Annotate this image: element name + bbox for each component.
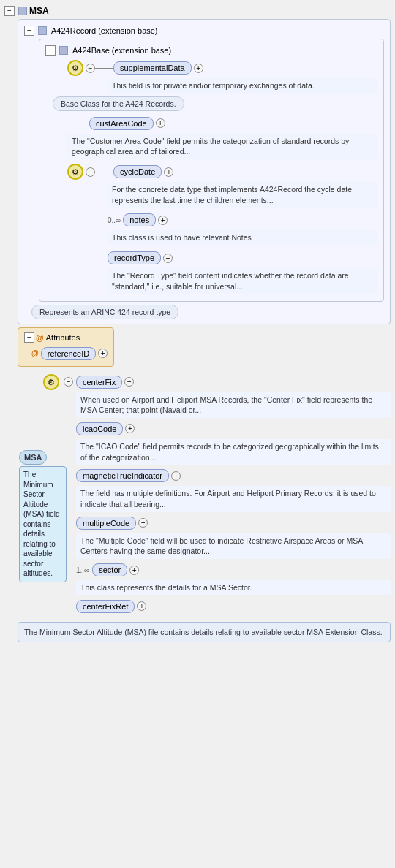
- sector-area: 1..∞ sector + This class represents the …: [76, 562, 391, 595]
- msa-fields-section: ⚙ − centerFix + When used on Airport and…: [18, 374, 391, 614]
- cust-area-code-area: custAreaCode + The "Customer Area Code" …: [67, 115, 377, 159]
- multiple-code-node[interactable]: multipleCode: [76, 517, 136, 530]
- a424record-collapse[interactable]: −: [24, 26, 34, 36]
- attributes-label: Attributes: [46, 333, 80, 342]
- msa-collapse-icon[interactable]: −: [4, 6, 15, 16]
- a424base-header: − A424Base (extension base): [45, 45, 377, 56]
- icao-code-plus[interactable]: +: [125, 424, 135, 433]
- a424base-collapse[interactable]: −: [45, 45, 56, 56]
- supplemental-plus[interactable]: +: [194, 64, 203, 73]
- a424record-icon: [38, 26, 47, 35]
- center-fix-ref-row: centerFixRef +: [76, 598, 391, 614]
- sector-plus[interactable]: +: [129, 566, 139, 575]
- record-type-row: recordType +: [108, 250, 377, 266]
- multiple-code-plus[interactable]: +: [138, 518, 148, 528]
- supplemental-row: ⚙ − supplementalData +: [67, 60, 377, 76]
- arinc-desc: Represents an ARINC 424 record type: [31, 305, 178, 319]
- a424base-icon: [59, 46, 68, 55]
- gear-icon-cycle: ⚙: [67, 164, 83, 180]
- arinc-desc-area: Represents an ARINC 424 record type: [31, 305, 384, 319]
- cust-area-code-plus[interactable]: +: [156, 118, 165, 128]
- a424record-section: − A424Record (extension base) − A424Base…: [18, 19, 391, 324]
- base-class-desc: Base Class for the A424 Records.: [53, 96, 184, 111]
- sector-multiplicity: 1..∞: [76, 566, 89, 574]
- record-type-node[interactable]: recordType: [108, 251, 161, 264]
- notes-plus[interactable]: +: [158, 216, 168, 225]
- supplemental-desc: This field is for private and/or tempora…: [108, 78, 377, 94]
- cust-area-code-row: custAreaCode +: [67, 115, 377, 132]
- attributes-collapse[interactable]: −: [24, 332, 34, 343]
- gear-msa-main: ⚙ −: [43, 374, 73, 390]
- supplemental-minus[interactable]: −: [86, 64, 95, 73]
- a424base-label: A424Base (extension base): [72, 46, 171, 55]
- h-line-cust: [67, 123, 89, 123]
- msa-fields-list: centerFix + When used on Airport and Hel…: [76, 374, 391, 614]
- attributes-box: − @ Attributes @ referenceID +: [18, 327, 114, 367]
- notes-desc: This class is used to have relevant Note…: [108, 230, 377, 245]
- icao-code-node[interactable]: icaoCode: [76, 422, 123, 435]
- msa-header-row: − MSA: [4, 6, 391, 16]
- center-fix-row: centerFix +: [76, 374, 391, 390]
- multiple-code-area: multipleCode + The "Multiple Code" field…: [76, 515, 391, 559]
- center-fix-ref-plus[interactable]: +: [137, 601, 146, 611]
- multiple-code-row: multipleCode +: [76, 515, 391, 531]
- cycle-date-desc: For the concrete data type that implemen…: [108, 182, 377, 208]
- attributes-header: − @ Attributes: [24, 332, 108, 343]
- record-type-area: recordType + The "Record Type" field con…: [108, 250, 377, 294]
- reference-id-node[interactable]: referenceID: [41, 347, 96, 360]
- center-fix-desc: When used on Airport and Heliport MSA Re…: [76, 392, 391, 418]
- gear-icon-supplemental: ⚙: [67, 60, 83, 76]
- magnetic-indicator-node[interactable]: magneticTrueIndicator: [76, 469, 169, 482]
- sector-row: 1..∞ sector +: [76, 562, 391, 578]
- magnetic-indicator-area: magneticTrueIndicator + The field has mu…: [76, 468, 391, 511]
- magnetic-indicator-desc: The field has multiple definitions. For …: [76, 486, 391, 511]
- attributes-section: − @ Attributes @ referenceID +: [18, 327, 391, 370]
- bottom-description: The Minimum Sector Altitude (MSA) file c…: [18, 622, 391, 643]
- magnetic-indicator-plus[interactable]: +: [171, 471, 181, 481]
- center-fix-ref-area: centerFixRef +: [76, 598, 391, 614]
- msa-content: − A424Record (extension base) − A424Base…: [18, 19, 391, 642]
- msa-main-minus[interactable]: −: [64, 377, 73, 387]
- center-fix-ref-node[interactable]: centerFixRef: [76, 600, 135, 613]
- notes-row: 0..∞ notes +: [108, 212, 377, 228]
- sector-desc: This class represents the details for a …: [76, 580, 391, 595]
- icao-code-row: icaoCode +: [76, 421, 391, 437]
- notes-area: 0..∞ notes + This class is used to have …: [108, 212, 377, 245]
- cust-area-code-node[interactable]: custAreaCode: [89, 117, 154, 130]
- cycle-date-area: ⚙ − cycleDate + For the concrete data ty…: [67, 164, 377, 294]
- cycle-minus[interactable]: −: [86, 167, 95, 177]
- msa-node-label[interactable]: MSA: [19, 450, 47, 465]
- record-type-desc: The "Record Type" field content indicate…: [108, 268, 377, 294]
- supplemental-node[interactable]: supplementalData: [113, 61, 192, 75]
- notes-node[interactable]: notes: [123, 213, 156, 226]
- msa-title: MSA: [29, 6, 49, 16]
- a424base-section: − A424Base (extension base) ⚙ − suppleme…: [39, 39, 384, 302]
- center-fix-area: centerFix + When used on Airport and Hel…: [76, 374, 391, 418]
- multiple-code-desc: The "Multiple Code" field will be used t…: [76, 533, 391, 559]
- main-container: − MSA − A424Record (extension base) − A4…: [0, 0, 395, 647]
- icao-code-desc: The "ICAO Code" field permits records to…: [76, 439, 391, 465]
- cycle-date-node[interactable]: cycleDate: [113, 165, 162, 178]
- cycle-date-row: ⚙ − cycleDate +: [67, 164, 377, 180]
- magnetic-indicator-row: magneticTrueIndicator +: [76, 468, 391, 484]
- supplemental-area: ⚙ − supplementalData + This field is for…: [67, 60, 377, 94]
- at-icon-attributes: @: [36, 333, 44, 342]
- sector-node[interactable]: sector: [92, 563, 127, 576]
- a424record-label: A424Record (extension base): [51, 26, 158, 35]
- center-fix-node[interactable]: centerFix: [76, 376, 122, 389]
- h-line-cycle: [95, 172, 113, 172]
- a424record-header: − A424Record (extension base): [24, 26, 384, 36]
- icao-code-area: icaoCode + The "ICAO Code" field permits…: [76, 421, 391, 465]
- base-class-desc-area: Base Class for the A424 Records.: [53, 96, 377, 111]
- center-fix-plus[interactable]: +: [124, 377, 134, 387]
- gear-icon-msa-main: ⚙: [43, 374, 59, 390]
- record-type-plus[interactable]: +: [163, 254, 173, 263]
- cycle-date-plus[interactable]: +: [164, 167, 173, 177]
- notes-multiplicity: 0..∞: [108, 216, 121, 224]
- msa-tooltip: The Minimum Sector Altitude (MSA) field …: [19, 466, 67, 582]
- reference-id-plus[interactable]: +: [98, 349, 108, 358]
- cust-area-code-desc: The "Customer Area Code" field permits t…: [67, 134, 377, 159]
- h-line1: [95, 68, 113, 69]
- msa-square-icon: [18, 7, 27, 15]
- at-icon-ref: @: [31, 349, 39, 357]
